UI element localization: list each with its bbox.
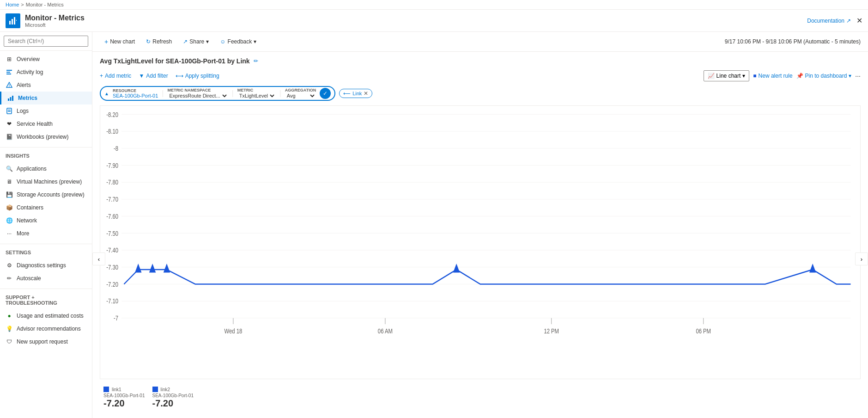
sidebar-label-support: New support request <box>17 338 68 345</box>
edit-title-icon[interactable]: ✏ <box>254 58 258 64</box>
app-header: Monitor - Metrics Microsoft Documentatio… <box>0 10 868 32</box>
legend-header-2: link2 <box>152 387 194 392</box>
chart-nav-left-button[interactable]: ‹ <box>92 252 105 265</box>
breadcrumb-sep: > <box>21 2 24 7</box>
chart-svg: .grid-line { stroke: #edebe9; stroke-wid… <box>100 106 860 379</box>
sidebar-item-applications[interactable]: 🔍 Applications <box>0 162 92 175</box>
svg-text:-7.10: -7.10 <box>106 297 118 305</box>
sidebar-item-advisor[interactable]: 💡 Advisor recommendations <box>0 322 92 335</box>
legend-color-2 <box>152 387 158 392</box>
settings-section-header: Settings <box>0 246 92 257</box>
svg-point-8 <box>9 86 9 87</box>
sidebar-item-more[interactable]: ··· More <box>0 227 92 240</box>
sidebar-item-overview[interactable]: ⊞ Overview <box>0 53 92 66</box>
sidebar: ⊞ Overview Activity log Alerts Metrics <box>0 32 92 418</box>
filter-tag-label: Link <box>352 91 362 96</box>
metric-select[interactable]: TxLightLevel <box>237 92 276 99</box>
more-icon: ··· <box>6 230 13 237</box>
storage-accounts-icon: 💾 <box>6 191 13 198</box>
apply-resource-button[interactable]: ✓ <box>320 88 331 99</box>
virtual-machines-icon: 🖥 <box>6 178 13 185</box>
time-range-selector[interactable]: 9/17 10:06 PM - 9/18 10:06 PM (Automatic… <box>725 38 861 45</box>
svg-rect-2 <box>14 17 15 25</box>
resource-selector: ▲ RESOURCE SEA-100Gb-Port-01 | METRIC NA… <box>100 86 335 101</box>
new-alert-button[interactable]: ■ New alert rule <box>753 73 792 79</box>
new-chart-icon: + <box>104 38 108 45</box>
pin-label: Pin to dashboard <box>805 73 847 79</box>
resource-fields: RESOURCE SEA-100Gb-Port-01 | METRIC NAME… <box>113 88 316 99</box>
breadcrumb-home[interactable]: Home <box>6 2 19 7</box>
close-button[interactable]: ✕ <box>856 16 862 25</box>
filter-tag-remove-button[interactable]: ✕ <box>364 90 368 97</box>
sidebar-item-logs[interactable]: Logs <box>0 104 92 117</box>
search-input[interactable] <box>4 36 88 47</box>
refresh-button[interactable]: ↻ Refresh <box>141 36 176 47</box>
data-point-1 <box>135 264 141 273</box>
namespace-select[interactable]: ExpressRoute Direct... <box>168 92 228 99</box>
filter-tag-link: ⟵ Link ✕ <box>339 89 372 98</box>
sidebar-item-workbooks[interactable]: 📓 Workbooks (preview) <box>0 130 92 143</box>
pin-dashboard-button[interactable]: 📌 Pin to dashboard ▾ <box>796 73 852 79</box>
legend-header-1: link1 <box>103 387 145 392</box>
chart-legend: link1 SEA-100Gb-Port-01 -7.20 link2 SEA-… <box>100 383 861 412</box>
sidebar-item-containers[interactable]: 📦 Containers <box>0 201 92 214</box>
new-chart-button[interactable]: + New chart <box>100 36 140 48</box>
sidebar-label-metrics: Metrics <box>18 95 37 101</box>
svg-rect-10 <box>10 97 12 101</box>
aggregation-select[interactable]: Avg <box>285 92 316 99</box>
feedback-label: Feedback <box>228 38 252 45</box>
sidebar-item-virtual-machines[interactable]: 🖥 Virtual Machines (preview) <box>0 175 92 188</box>
add-metric-label: Add metric <box>105 73 131 79</box>
feedback-caret-icon: ▾ <box>254 38 256 45</box>
chart-wrapper: ‹ › .grid-line { stroke: #edebe9; stroke… <box>100 105 861 412</box>
sidebar-item-activity-log[interactable]: Activity log <box>0 66 92 79</box>
support-section-header: Support + Troubleshooting <box>0 291 92 307</box>
sidebar-item-autoscale[interactable]: ✏ Autoscale <box>0 272 92 285</box>
sidebar-item-metrics[interactable]: Metrics <box>0 92 92 104</box>
resource-value[interactable]: SEA-100Gb-Port-01 <box>113 93 158 98</box>
sidebar-item-network[interactable]: 🌐 Network <box>0 214 92 227</box>
svg-rect-9 <box>8 98 9 101</box>
more-options-button[interactable]: ··· <box>855 72 861 80</box>
metric-field: METRIC TxLightLevel <box>237 88 276 99</box>
chart-content: Avg TxLightLevel for SEA-100Gb-Port-01 b… <box>92 52 868 418</box>
sidebar-item-alerts[interactable]: Alerts <box>0 79 92 92</box>
svg-rect-0 <box>9 21 11 25</box>
app-subtitle: Microsoft <box>25 22 85 28</box>
svg-text:-7.60: -7.60 <box>106 213 118 221</box>
network-icon: 🌐 <box>6 217 13 224</box>
support-icon: 🛡 <box>6 338 13 345</box>
insights-items: 🔍 Applications 🖥 Virtual Machines (previ… <box>0 160 92 242</box>
svg-rect-1 <box>12 19 13 25</box>
sidebar-item-service-health[interactable]: ❤ Service Health <box>0 117 92 130</box>
pin-caret-icon: ▾ <box>849 73 851 79</box>
resource-selector-icon: ▲ <box>104 91 109 96</box>
add-filter-button[interactable]: ▼ Add filter <box>139 73 168 79</box>
sidebar-label-more: More <box>17 230 29 237</box>
refresh-icon: ↻ <box>146 38 151 45</box>
sidebar-label-autoscale: Autoscale <box>17 275 41 282</box>
aggregation-field: AGGREGATION Avg <box>285 88 316 99</box>
sidebar-label-advisor: Advisor recommendations <box>17 326 81 332</box>
documentation-link[interactable]: Documentation ↗ <box>807 18 851 24</box>
app-title: Monitor - Metrics <box>25 14 85 22</box>
metric-actions-bar: + Add metric ▼ Add filter ⟷ Apply splitt… <box>100 70 861 81</box>
chart-type-button[interactable]: 📈 Line chart ▾ <box>704 70 750 81</box>
alerts-icon <box>6 81 13 89</box>
resource-selector-row: ▲ RESOURCE SEA-100Gb-Port-01 | METRIC NA… <box>100 86 861 101</box>
sidebar-item-usage-costs[interactable]: ● Usage and estimated costs <box>0 309 92 322</box>
sidebar-item-diagnostics[interactable]: ⚙ Diagnostics settings <box>0 259 92 272</box>
add-metric-button[interactable]: + Add metric <box>100 73 131 79</box>
sidebar-item-support[interactable]: 🛡 New support request <box>0 335 92 348</box>
app-title-block: Monitor - Metrics Microsoft <box>25 14 85 28</box>
new-alert-label: New alert rule <box>759 73 793 79</box>
svg-text:-7.20: -7.20 <box>106 280 118 288</box>
support-items: ● Usage and estimated costs 💡 Advisor re… <box>0 307 92 350</box>
pin-icon: 📌 <box>796 73 803 79</box>
apply-splitting-button[interactable]: ⟷ Apply splitting <box>176 73 219 79</box>
sidebar-label-applications: Applications <box>17 166 47 172</box>
sidebar-item-storage-accounts[interactable]: 💾 Storage Accounts (preview) <box>0 188 92 201</box>
feedback-button[interactable]: ☺ Feedback ▾ <box>215 36 261 47</box>
chart-nav-right-button[interactable]: › <box>855 252 868 265</box>
share-button[interactable]: ↗ Share ▾ <box>178 36 213 47</box>
